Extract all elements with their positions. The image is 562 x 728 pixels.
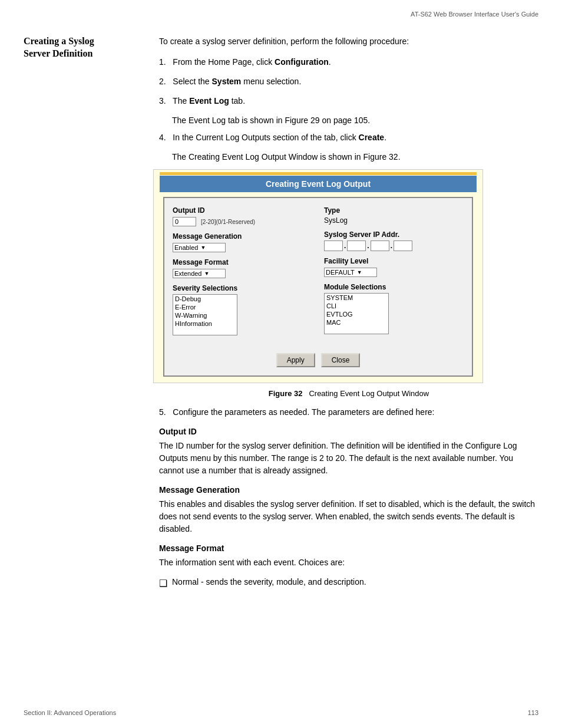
module-label: Module Selections (324, 283, 464, 291)
dialog-footer: Apply Close (173, 348, 464, 367)
ip-dot-1: . (344, 242, 346, 250)
figure-window-header: Creating Event Log Output (160, 176, 477, 192)
dialog-left: Output ID 0 [2-20](0/1-Reserved) Message… (173, 206, 312, 341)
message-generation-select[interactable]: Enabled ▼ (173, 243, 226, 252)
step-2: 2. Select the System menu selection. (159, 75, 538, 88)
bullet-normal: ❑ Normal - sends the severity, module, a… (159, 576, 538, 591)
close-button[interactable]: Close (321, 353, 361, 367)
facility-label: Facility Level (324, 257, 464, 265)
message-generation-group: Message Generation Enabled ▼ (173, 232, 312, 252)
page-footer: Section II: Advanced Operations 113 (0, 697, 562, 728)
dropdown-arrow-icon-3: ▼ (357, 269, 362, 275)
message-format-value: Extended (174, 270, 201, 277)
step-3-subtext: The Event Log tab is shown in Figure 29 … (172, 114, 538, 127)
step-4-subtext: The Creating Event Log Output Window is … (172, 151, 538, 163)
step-2-number: 2. (159, 77, 170, 86)
figure-caption-prefix: Figure 32 (269, 389, 303, 398)
step-4-text: In the Current Log Outputs section of th… (173, 133, 386, 142)
list-item[interactable]: EVTLOG (325, 310, 388, 318)
intro-text: To create a syslog server definition, pe… (159, 35, 538, 48)
message-format-select[interactable]: Extended ▼ (173, 269, 226, 278)
type-group: Type SysLog (324, 206, 464, 225)
right-column: To create a syslog server definition, pe… (159, 35, 538, 593)
param-msg-fmt-title: Message Format (159, 542, 538, 555)
ip-address-inputs: . . . (324, 241, 464, 251)
apply-button[interactable]: Apply (276, 353, 315, 367)
module-group: Module Selections SYSTEM CLI EVTLOG MAC (324, 283, 464, 334)
ip-dot-2: . (367, 242, 369, 250)
message-format-group: Message Format Extended ▼ (173, 258, 312, 278)
figure-caption: Figure 32 Creating Event Log Output Wind… (159, 389, 538, 398)
severity-group: Severity Selections D-Debug E-Error W-Wa… (173, 284, 312, 335)
ip-dot-3: . (391, 242, 392, 250)
step-3-number: 3. (159, 96, 170, 106)
param-output-id: Output ID The ID number for the syslog s… (159, 426, 538, 477)
module-listbox[interactable]: SYSTEM CLI EVTLOG MAC (324, 293, 389, 334)
dropdown-arrow-icon: ▼ (200, 245, 206, 251)
left-column: Creating a SyslogServer Definition (24, 35, 141, 593)
page-header: AT-S62 Web Browser Interface User's Guid… (0, 0, 562, 18)
figure-caption-text: Creating Event Log Output Window (309, 389, 429, 398)
footer-left: Section II: Advanced Operations (24, 709, 116, 716)
step-3: 3. The Event Log tab. (159, 95, 538, 107)
param-output-id-text: The ID number for the syslog server defi… (159, 440, 538, 477)
dialog-body: Output ID 0 [2-20](0/1-Reserved) Message… (173, 206, 464, 341)
facility-value: DEFAULT (326, 269, 355, 276)
step-1: 1. From the Home Page, click Configurati… (159, 56, 538, 68)
list-item[interactable]: CLI (325, 302, 388, 310)
step-5: 5. Configure the parameters as needed. T… (159, 406, 538, 419)
step-1-text: From the Home Page, click Configuration. (173, 57, 330, 67)
param-msg-fmt-text: The information sent with each event. Ch… (159, 556, 538, 569)
step-5-number: 5. (159, 407, 170, 417)
syslog-ip-group: Syslog Server IP Addr. . . . (324, 230, 464, 251)
section-title: Creating a SyslogServer Definition (24, 35, 141, 60)
list-item[interactable]: HInformation (173, 319, 237, 328)
syslog-ip-label: Syslog Server IP Addr. (324, 230, 464, 239)
output-id-input[interactable]: 0 (173, 217, 196, 226)
param-message-generation: Message Generation This enables and disa… (159, 484, 538, 535)
page-content: Creating a SyslogServer Definition To cr… (0, 18, 562, 593)
step-1-number: 1. (159, 57, 170, 67)
type-label: Type (324, 206, 464, 215)
figure-window-title: Creating Event Log Output (266, 179, 371, 189)
list-item[interactable]: D-Debug (173, 295, 237, 303)
footer-right: 113 (528, 709, 538, 716)
bullet-icon: ❑ (159, 577, 167, 591)
dialog-right: Type SysLog Syslog Server IP Addr. . . (324, 206, 464, 341)
facility-select[interactable]: DEFAULT ▼ (324, 268, 377, 277)
ip-octet-4-input[interactable] (394, 241, 412, 251)
message-generation-value: Enabled (174, 244, 198, 251)
list-item[interactable]: MAC (325, 318, 388, 327)
param-msg-gen-text: This enables and disables the syslog ser… (159, 498, 538, 535)
list-item[interactable]: SYSTEM (325, 294, 388, 302)
facility-group: Facility Level DEFAULT ▼ (324, 257, 464, 277)
figure-32-container: Creating Event Log Output Output ID 0 [2… (153, 169, 483, 383)
type-value: SysLog (324, 216, 464, 225)
severity-listbox[interactable]: D-Debug E-Error W-Warning HInformation (173, 294, 237, 335)
output-id-group: Output ID 0 [2-20](0/1-Reserved) (173, 206, 312, 226)
list-item[interactable]: E-Error (173, 303, 237, 311)
ip-octet-1-input[interactable] (324, 241, 343, 251)
param-output-id-title: Output ID (159, 426, 538, 438)
output-id-label: Output ID (173, 206, 312, 215)
ip-octet-3-input[interactable] (371, 241, 389, 251)
message-generation-label: Message Generation (173, 232, 312, 241)
step-2-text: Select the System menu selection. (173, 77, 301, 86)
dropdown-arrow-icon-2: ▼ (204, 271, 209, 276)
output-id-hint: [2-20](0/1-Reserved) (201, 219, 255, 225)
list-item[interactable]: W-Warning (173, 311, 237, 319)
step-4-number: 4. (159, 133, 170, 142)
step-4: 4. In the Current Log Outputs section of… (159, 131, 538, 144)
message-format-label: Message Format (173, 258, 312, 266)
step-5-text: Configure the parameters as needed. The … (173, 407, 434, 417)
step-3-text: The Event Log tab. (173, 96, 245, 106)
bullet-text: Normal - sends the severity, module, and… (172, 576, 366, 588)
severity-label: Severity Selections (173, 284, 312, 292)
dialog-box: Output ID 0 [2-20](0/1-Reserved) Message… (163, 197, 473, 377)
param-message-format: Message Format The information sent with… (159, 542, 538, 569)
ip-octet-2-input[interactable] (347, 241, 366, 251)
param-msg-gen-title: Message Generation (159, 484, 538, 496)
header-title: AT-S62 Web Browser Interface User's Guid… (411, 11, 538, 18)
